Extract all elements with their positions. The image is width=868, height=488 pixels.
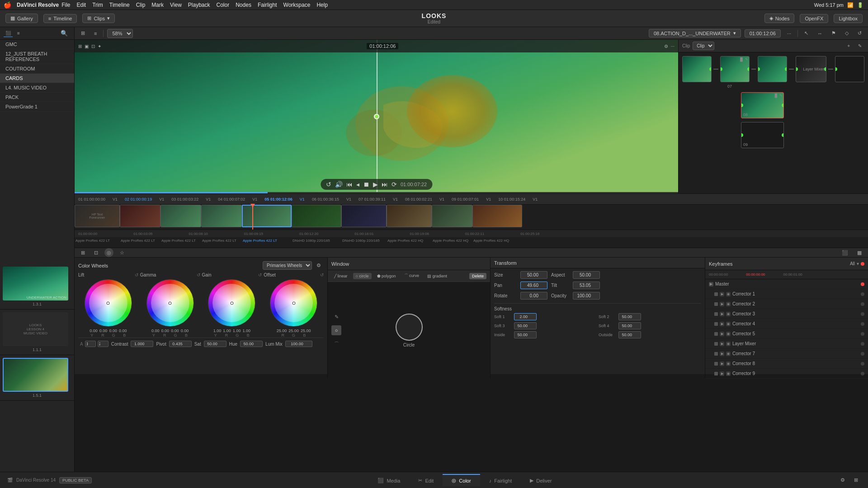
sidebar-item-powergrade[interactable]: PowerGrade 1 xyxy=(0,102,74,112)
menu-clip[interactable]: Clip xyxy=(136,2,146,8)
window-curve-tool[interactable]: ⌒ xyxy=(331,339,341,349)
sidebar-tab-list[interactable]: ≡ xyxy=(15,30,22,37)
rotate-input[interactable] xyxy=(520,292,547,300)
node-pencil-btn[interactable]: ✎ xyxy=(855,42,864,49)
menu-file[interactable]: File xyxy=(61,2,70,8)
kf-c9-eye[interactable]: ◉ xyxy=(726,371,731,376)
gain-reset[interactable]: ↺ xyxy=(258,272,262,277)
split-handle[interactable] xyxy=(374,114,379,119)
tl-clip-02[interactable] xyxy=(120,205,160,227)
kf-master-expand[interactable]: ▶ xyxy=(709,282,713,286)
nodes-header-btn[interactable]: ◈ Nodes xyxy=(764,14,795,23)
soft1-input[interactable] xyxy=(514,313,537,320)
thumbnail-2[interactable]: LOOKSLESSON 4MUSIC VIDEO 1.1.1 xyxy=(0,310,74,355)
circle-tool-btn[interactable]: ○ circle xyxy=(353,273,372,279)
kf-c7-eye[interactable]: ◉ xyxy=(726,352,731,356)
gamma-reset[interactable]: ↺ xyxy=(197,272,200,277)
kf-c7-expand[interactable]: ▶ xyxy=(720,352,724,356)
hue-input[interactable] xyxy=(240,341,263,347)
timecode-display-toolbar[interactable]: 01:00:12:06 xyxy=(745,29,781,38)
tab-fairlight[interactable]: ♪ Fairlight xyxy=(480,474,521,486)
curve-tool-btn[interactable]: ⌒ curve xyxy=(401,272,422,280)
menu-nodes[interactable]: Nodes xyxy=(236,2,251,8)
viewer-btn3[interactable]: ⊡ xyxy=(91,44,95,49)
sidebar-item-pack[interactable]: PACK xyxy=(0,93,74,102)
step-back-btn[interactable]: ◂ xyxy=(356,181,359,188)
size-input[interactable] xyxy=(520,271,547,279)
stop-btn[interactable]: ⏹ xyxy=(363,181,369,188)
soft2-input[interactable] xyxy=(618,313,641,320)
kf-c3-eye[interactable]: ◉ xyxy=(726,312,731,316)
play-btn[interactable]: ▶ xyxy=(373,181,378,188)
delete-window-btn[interactable]: Delete xyxy=(469,273,486,279)
sidebar-search-btn[interactable]: 🔍 xyxy=(58,29,71,38)
outside-input[interactable] xyxy=(618,331,641,338)
menu-playback[interactable]: Playback xyxy=(188,2,210,8)
kf-c1-expand[interactable]: ▶ xyxy=(720,292,724,296)
kf-c8-expand[interactable]: ▶ xyxy=(720,361,724,366)
skip-start-btn[interactable]: ⏮ xyxy=(346,181,353,188)
sidebar-item-cards[interactable]: CARDS xyxy=(0,74,74,83)
mode-options-btn[interactable]: ⚙ xyxy=(314,262,324,269)
thumbnail-1[interactable]: UNDERWATER ACTION 1.3.1 xyxy=(0,264,74,310)
tl-clip-09[interactable] xyxy=(432,205,472,227)
kf-lm-eye[interactable]: ◉ xyxy=(726,342,731,346)
menu-fairlight[interactable]: Fairlight xyxy=(258,2,277,8)
mode-input-a[interactable] xyxy=(85,341,96,347)
kf-c8-eye[interactable]: ◉ xyxy=(726,361,731,366)
zoom-select[interactable]: 58% xyxy=(107,29,133,38)
sidebar-item-coutroom[interactable]: COUTROOM xyxy=(0,64,74,74)
toolbar-loop-btn[interactable]: ↺ xyxy=(855,29,864,37)
toolbar-list-btn[interactable]: ≡ xyxy=(91,30,99,37)
sidebar-tab-powergrade[interactable]: ⬛ xyxy=(4,30,13,37)
tl-clip-03[interactable] xyxy=(160,205,201,227)
toolbar-trim-btn[interactable]: ↔ xyxy=(815,30,825,37)
menu-mark[interactable]: Mark xyxy=(151,2,164,8)
toolbar-cursor-btn[interactable]: ↖ xyxy=(802,29,811,37)
menu-workspace[interactable]: Workspace xyxy=(283,2,311,8)
node-add-btn[interactable]: + xyxy=(844,42,853,49)
sidebar-item-l4music[interactable]: L4. MUSIC VIDEO xyxy=(0,83,74,93)
kf-c1-eye[interactable]: ◉ xyxy=(726,292,731,296)
gain-wheel-outer[interactable] xyxy=(208,279,255,327)
viewer-more-btn[interactable]: ··· xyxy=(671,44,675,49)
viewer-btn2[interactable]: ▣ xyxy=(85,44,89,49)
inside-input[interactable] xyxy=(514,331,537,338)
viewer-btn1[interactable]: ⊞ xyxy=(78,44,82,49)
kf-c3-expand[interactable]: ▶ xyxy=(720,312,724,316)
lift-wheel-outer[interactable] xyxy=(85,279,132,327)
gamma-wheel-outer[interactable] xyxy=(146,279,194,327)
menu-trim[interactable]: Trim xyxy=(92,2,103,8)
menu-edit[interactable]: Edit xyxy=(77,2,86,8)
tl-clip-04[interactable] xyxy=(201,205,242,227)
lightbox-header-btn[interactable]: Lightbox xyxy=(834,14,863,23)
mode-input-b[interactable] xyxy=(98,341,108,347)
contrast-input[interactable] xyxy=(131,341,153,347)
panel-btn-3[interactable]: ◎ xyxy=(104,248,113,257)
offset-reset[interactable]: ↺ xyxy=(320,272,324,277)
kf-c9-expand[interactable]: ▶ xyxy=(720,371,724,376)
polygon-tool-btn[interactable]: ⬟ polygon xyxy=(374,273,399,279)
loop2-btn[interactable]: ⟳ xyxy=(392,181,397,188)
tab-media[interactable]: ⬛ Media xyxy=(368,474,409,486)
kf-lm-expand[interactable]: ▶ xyxy=(720,342,724,346)
menu-help[interactable]: Help xyxy=(316,2,328,8)
lift-reset[interactable]: ↺ xyxy=(135,272,138,277)
offset-wheel-outer[interactable] xyxy=(270,279,317,327)
tilt-input[interactable] xyxy=(573,282,600,289)
viewer-settings-btn[interactable]: ⚙ xyxy=(664,44,668,49)
kf-c4-eye[interactable]: ◉ xyxy=(726,322,731,326)
panel-btn-4[interactable]: ☆ xyxy=(117,249,127,257)
kf-c4-expand[interactable]: ▶ xyxy=(720,322,724,326)
tab-edit[interactable]: ✂ Edit xyxy=(409,474,443,486)
panel-btn-2[interactable]: ⊡ xyxy=(91,249,101,257)
tl-clip-07[interactable] xyxy=(341,205,387,227)
window-circle-tool[interactable]: ○ xyxy=(331,325,341,335)
tab-color[interactable]: ◎ Color xyxy=(443,474,480,486)
sidebar-item-12breath[interactable]: 12_JUST BREATH REFERENCES xyxy=(0,49,74,64)
tl-clip-10[interactable] xyxy=(472,205,522,227)
kf-c5-eye[interactable]: ◉ xyxy=(726,332,731,336)
pan-input[interactable] xyxy=(520,282,547,289)
timeline-btn[interactable]: ≡ Timeline xyxy=(43,14,77,23)
toolbar-more-btn[interactable]: ··· xyxy=(784,30,794,37)
